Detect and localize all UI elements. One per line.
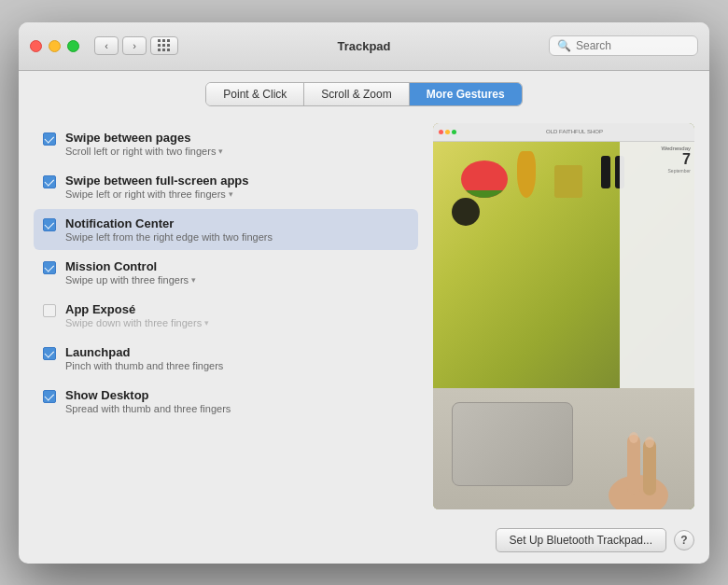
gesture-title-app-expose: App Exposé bbox=[65, 302, 209, 316]
svg-point-3 bbox=[629, 432, 638, 443]
nav-buttons: ‹ › bbox=[94, 36, 147, 55]
preview-desktop: OLD FAITHFUL SHOP bbox=[433, 123, 694, 388]
checkbox-notification-center[interactable] bbox=[43, 218, 56, 231]
checkbox-icon-app-expose bbox=[43, 304, 56, 317]
minimize-button[interactable] bbox=[49, 40, 61, 52]
gesture-sub-swipe-pages: Scroll left or right with two fingers ▾ bbox=[65, 146, 223, 157]
checkbox-app-expose[interactable] bbox=[43, 304, 56, 317]
chevron-icon-app-expose: ▾ bbox=[204, 318, 209, 327]
main-window: ‹ › Trackpad 🔍 Point & Click Scroll & Zo… bbox=[19, 22, 709, 564]
grid-icon bbox=[158, 39, 171, 52]
content-area: Swipe between pages Scroll left or right… bbox=[19, 116, 709, 521]
gesture-list: Swipe between pages Scroll left or right… bbox=[34, 123, 418, 509]
gesture-item-swipe-fullscreen[interactable]: Swipe between full-screen apps Swipe lef… bbox=[34, 166, 418, 207]
search-icon: 🔍 bbox=[557, 39, 571, 52]
trackpad-pad bbox=[452, 402, 573, 486]
checkbox-icon-notification-center bbox=[43, 218, 56, 231]
notif-date: 7 bbox=[623, 151, 691, 168]
notification-panel-preview: Wednesday 7 September bbox=[620, 142, 694, 388]
maximize-button[interactable] bbox=[67, 40, 79, 52]
gesture-text-app-expose: App Exposé Swipe down with three fingers… bbox=[65, 302, 209, 328]
close-button[interactable] bbox=[30, 40, 42, 52]
gesture-title-show-desktop: Show Desktop bbox=[65, 388, 231, 402]
gesture-title-mission-control: Mission Control bbox=[65, 259, 196, 273]
checkbox-icon-launchpad bbox=[43, 347, 56, 360]
gesture-title-launchpad: Launchpad bbox=[65, 345, 223, 359]
gesture-title-swipe-fullscreen: Swipe between full-screen apps bbox=[65, 174, 249, 188]
preview-image: OLD FAITHFUL SHOP bbox=[433, 123, 694, 509]
gesture-item-mission-control[interactable]: Mission Control Swipe up with three fing… bbox=[34, 252, 418, 293]
gesture-text-mission-control: Mission Control Swipe up with three fing… bbox=[65, 259, 196, 286]
help-button[interactable]: ? bbox=[674, 530, 694, 550]
preview-shop-content: Wednesday 7 September bbox=[433, 142, 694, 388]
tab-scroll-zoom[interactable]: Scroll & Zoom bbox=[304, 83, 409, 105]
gesture-text-launchpad: Launchpad Pinch with thumb and three fin… bbox=[65, 345, 223, 371]
svg-point-4 bbox=[645, 437, 654, 448]
traffic-lights bbox=[30, 40, 79, 52]
chevron-icon-mission-control: ▾ bbox=[191, 275, 196, 285]
gesture-sub-launchpad: Pinch with thumb and three fingers bbox=[65, 360, 223, 371]
checkbox-icon-show-desktop bbox=[43, 390, 56, 403]
gesture-sub-show-desktop: Spread with thumb and three fingers bbox=[65, 403, 231, 414]
gesture-title-swipe-pages: Swipe between pages bbox=[65, 131, 223, 145]
gesture-text-notification-center: Notification Center Swipe left from the … bbox=[65, 216, 273, 243]
setup-bluetooth-button[interactable]: Set Up Bluetooth Trackpad... bbox=[496, 528, 666, 552]
gesture-title-notification-center: Notification Center bbox=[65, 216, 273, 230]
gesture-sub-notification-center: Swipe left from the right edge with two … bbox=[65, 231, 273, 243]
checkbox-show-desktop[interactable] bbox=[43, 390, 56, 403]
preview-panel: OLD FAITHFUL SHOP bbox=[433, 123, 694, 509]
svg-rect-1 bbox=[627, 435, 640, 495]
checkbox-icon-swipe-pages bbox=[43, 132, 56, 146]
titlebar: ‹ › Trackpad 🔍 bbox=[19, 22, 709, 71]
gesture-item-launchpad[interactable]: Launchpad Pinch with thumb and three fin… bbox=[34, 338, 418, 379]
checkbox-icon-mission-control bbox=[43, 261, 56, 274]
search-box[interactable]: 🔍 bbox=[549, 35, 698, 56]
preview-browser-bar: OLD FAITHFUL SHOP bbox=[433, 123, 694, 142]
trackpad-area bbox=[433, 388, 694, 509]
chevron-icon-swipe-pages: ▾ bbox=[218, 146, 223, 156]
gesture-text-show-desktop: Show Desktop Spread with thumb and three… bbox=[65, 388, 231, 414]
back-button[interactable]: ‹ bbox=[94, 36, 119, 55]
gesture-sub-app-expose: Swipe down with three fingers ▾ bbox=[65, 317, 209, 328]
gesture-text-swipe-fullscreen: Swipe between full-screen apps Swipe lef… bbox=[65, 174, 249, 200]
checkbox-swipe-fullscreen[interactable] bbox=[43, 175, 56, 188]
tab-bar: Point & Click Scroll & Zoom More Gesture… bbox=[19, 71, 709, 116]
bottom-bar: Set Up Bluetooth Trackpad... ? bbox=[19, 521, 709, 564]
checkbox-swipe-pages[interactable] bbox=[43, 132, 56, 146]
chevron-icon-swipe-fullscreen: ▾ bbox=[229, 189, 233, 199]
grid-view-button[interactable] bbox=[150, 36, 178, 55]
checkbox-icon-swipe-fullscreen bbox=[43, 175, 56, 188]
gesture-item-swipe-pages[interactable]: Swipe between pages Scroll left or right… bbox=[34, 123, 418, 164]
hand-icon bbox=[582, 397, 676, 509]
search-input[interactable] bbox=[576, 39, 690, 52]
gesture-sub-mission-control: Swipe up with three fingers ▾ bbox=[65, 274, 196, 286]
gesture-item-app-expose[interactable]: App Exposé Swipe down with three fingers… bbox=[34, 295, 418, 336]
tab-group: Point & Click Scroll & Zoom More Gesture… bbox=[205, 82, 522, 106]
gesture-item-show-desktop[interactable]: Show Desktop Spread with thumb and three… bbox=[34, 381, 418, 422]
window-title: Trackpad bbox=[337, 39, 390, 53]
tab-more-gestures[interactable]: More Gestures bbox=[410, 83, 522, 105]
tab-point-click[interactable]: Point & Click bbox=[206, 83, 304, 105]
gesture-sub-swipe-fullscreen: Swipe left or right with three fingers ▾ bbox=[65, 188, 249, 200]
checkbox-mission-control[interactable] bbox=[43, 261, 56, 274]
gesture-item-notification-center[interactable]: Notification Center Swipe left from the … bbox=[34, 209, 418, 250]
notif-month: September bbox=[623, 168, 691, 174]
gesture-text-swipe-pages: Swipe between pages Scroll left or right… bbox=[65, 131, 223, 157]
checkbox-launchpad[interactable] bbox=[43, 347, 56, 360]
forward-button[interactable]: › bbox=[122, 36, 147, 55]
